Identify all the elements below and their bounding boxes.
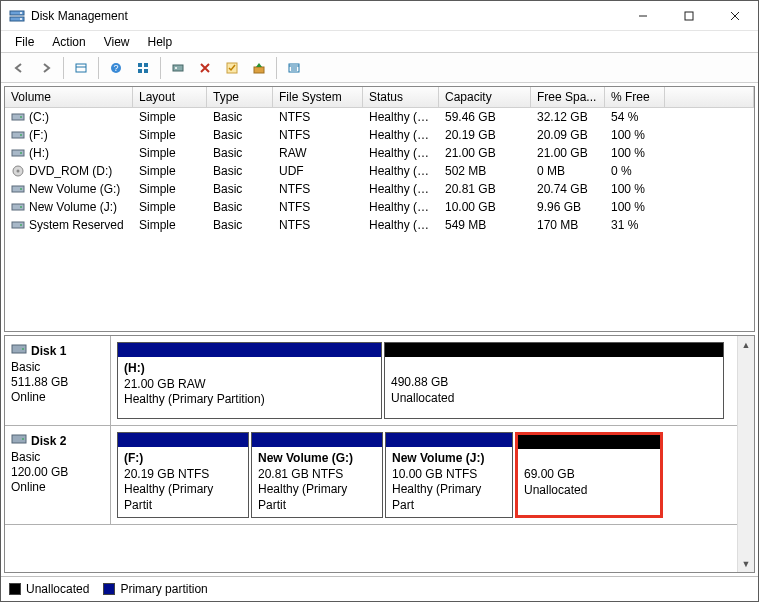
volume-layout: Simple: [133, 215, 207, 235]
volume-free: 20.09 GB: [531, 125, 605, 145]
svg-rect-34: [12, 204, 24, 210]
partition-size: 69.00 GB: [524, 467, 654, 483]
legend-primary: Primary partition: [103, 582, 207, 596]
scroll-down-icon[interactable]: ▼: [738, 555, 755, 572]
volume-row[interactable]: (H:)SimpleBasicRAWHealthy (P...21.00 GB2…: [5, 144, 754, 162]
partition[interactable]: New Volume (G:)20.81 GB NTFSHealthy (Pri…: [251, 432, 383, 518]
svg-point-29: [20, 152, 22, 154]
refresh-button[interactable]: [166, 56, 190, 80]
menu-help[interactable]: Help: [140, 33, 181, 51]
col-volume[interactable]: Volume: [5, 87, 133, 107]
disk-info-panel[interactable]: Disk 1Basic511.88 GBOnline: [5, 336, 111, 425]
partition-size: 21.00 GB RAW: [124, 377, 375, 393]
col-filesystem[interactable]: File System: [273, 87, 363, 107]
drive-icon: [11, 201, 25, 213]
volume-pct: 100 %: [605, 197, 665, 217]
volume-layout: Simple: [133, 143, 207, 163]
volume-fs: UDF: [273, 161, 363, 181]
volume-capacity: 20.81 GB: [439, 179, 531, 199]
scrollbar[interactable]: ▲ ▼: [737, 336, 754, 572]
volume-name: System Reserved: [29, 218, 124, 232]
volume-status: Healthy (S...: [363, 215, 439, 235]
drive-icon: [11, 183, 25, 195]
toolbar-separator: [98, 57, 99, 79]
close-button[interactable]: [712, 1, 758, 31]
svg-point-31: [17, 170, 20, 173]
help-button[interactable]: ?: [104, 56, 128, 80]
col-pctfree[interactable]: % Free: [605, 87, 665, 107]
minimize-button[interactable]: [620, 1, 666, 31]
volume-row[interactable]: New Volume (G:)SimpleBasicNTFSHealthy (P…: [5, 180, 754, 198]
unallocated-partition[interactable]: 69.00 GBUnallocated: [515, 432, 663, 518]
svg-point-37: [20, 224, 22, 226]
volume-name: (F:): [29, 128, 48, 142]
legend-primary-label: Primary partition: [120, 582, 207, 596]
disk-graphical-view: Disk 1Basic511.88 GBOnline(H:)21.00 GB R…: [4, 335, 755, 573]
maximize-button[interactable]: [666, 1, 712, 31]
svg-point-33: [20, 188, 22, 190]
volume-row[interactable]: New Volume (J:)SimpleBasicNTFSHealthy (P…: [5, 198, 754, 216]
volume-row[interactable]: System ReservedSimpleBasicNTFSHealthy (S…: [5, 216, 754, 234]
disk-status: Online: [11, 390, 104, 404]
check-button[interactable]: [220, 56, 244, 80]
partition-title: (H:): [124, 361, 375, 377]
volume-type: Basic: [207, 125, 273, 145]
volume-status: Healthy (P...: [363, 179, 439, 199]
window-title: Disk Management: [31, 9, 620, 23]
volume-pct: 31 %: [605, 215, 665, 235]
svg-point-35: [20, 206, 22, 208]
svg-point-17: [175, 67, 177, 69]
svg-rect-26: [12, 132, 24, 138]
partition-size: 10.00 GB NTFS: [392, 467, 506, 483]
volume-row[interactable]: (C:)SimpleBasicNTFSHealthy (B...59.46 GB…: [5, 108, 754, 126]
volume-row[interactable]: (F:)SimpleBasicNTFSHealthy (P...20.19 GB…: [5, 126, 754, 144]
col-type[interactable]: Type: [207, 87, 273, 107]
toolbar-separator: [160, 57, 161, 79]
unallocated-partition[interactable]: 490.88 GBUnallocated: [384, 342, 724, 419]
properties-button[interactable]: [282, 56, 306, 80]
back-button[interactable]: [7, 56, 31, 80]
up-button[interactable]: [247, 56, 271, 80]
view-button[interactable]: [69, 56, 93, 80]
volume-fs: NTFS: [273, 125, 363, 145]
col-layout[interactable]: Layout: [133, 87, 207, 107]
partition[interactable]: New Volume (J:)10.00 GB NTFSHealthy (Pri…: [385, 432, 513, 518]
partition-title: New Volume (G:): [258, 451, 376, 467]
volume-type: Basic: [207, 179, 273, 199]
volume-status: Healthy (P...: [363, 143, 439, 163]
volume-capacity: 10.00 GB: [439, 197, 531, 217]
menu-view[interactable]: View: [96, 33, 138, 51]
col-freespace[interactable]: Free Spa...: [531, 87, 605, 107]
partition-color-bar: [118, 433, 248, 447]
col-capacity[interactable]: Capacity: [439, 87, 531, 107]
col-status[interactable]: Status: [363, 87, 439, 107]
partition-color-bar: [252, 433, 382, 447]
volume-type: Basic: [207, 197, 273, 217]
views-button[interactable]: [131, 56, 155, 80]
toolbar: ?: [1, 53, 758, 83]
volume-fs: NTFS: [273, 197, 363, 217]
scroll-up-icon[interactable]: ▲: [738, 336, 755, 353]
svg-point-39: [22, 348, 24, 350]
delete-button[interactable]: [193, 56, 217, 80]
svg-rect-13: [144, 63, 148, 67]
menu-action[interactable]: Action: [44, 33, 93, 51]
forward-button[interactable]: [34, 56, 58, 80]
volume-status: Healthy (P...: [363, 125, 439, 145]
drive-icon: [11, 165, 25, 177]
partition[interactable]: (H:)21.00 GB RAWHealthy (Primary Partiti…: [117, 342, 382, 419]
volume-row[interactable]: DVD_ROM (D:)SimpleBasicUDFHealthy (P...5…: [5, 162, 754, 180]
menu-bar: File Action View Help: [1, 31, 758, 53]
volume-free: 0 MB: [531, 161, 605, 181]
volume-free: 9.96 GB: [531, 197, 605, 217]
menu-file[interactable]: File: [7, 33, 42, 51]
disk-info-panel[interactable]: Disk 2Basic120.00 GBOnline: [5, 426, 111, 524]
disk-size: 511.88 GB: [11, 375, 104, 389]
volume-type: Basic: [207, 215, 273, 235]
partition-size: 20.81 GB NTFS: [258, 467, 376, 483]
partition-title: (F:): [124, 451, 242, 467]
volume-layout: Simple: [133, 125, 207, 145]
partition[interactable]: (F:)20.19 GB NTFSHealthy (Primary Partit: [117, 432, 249, 518]
volume-capacity: 549 MB: [439, 215, 531, 235]
partition-color-bar: [385, 343, 723, 357]
